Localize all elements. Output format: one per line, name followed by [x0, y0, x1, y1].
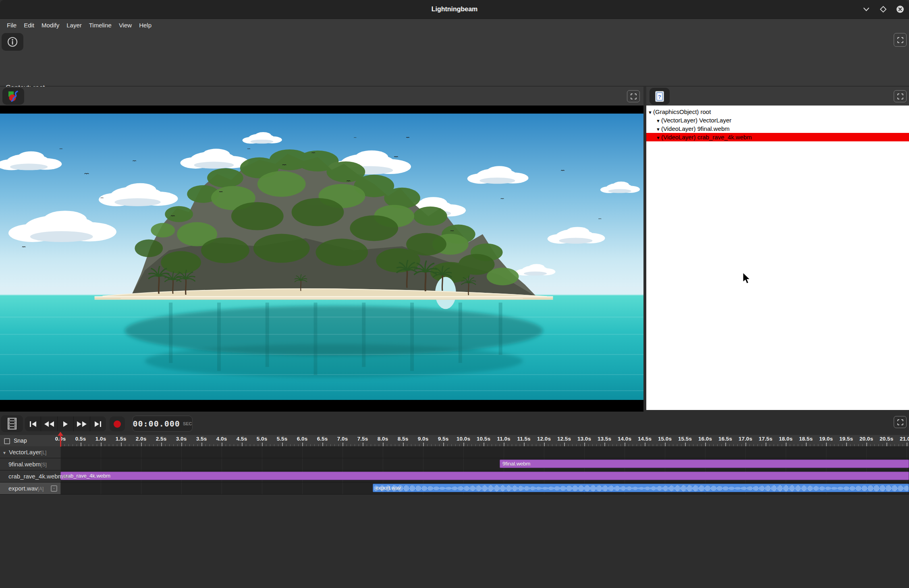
- timeline-tracks: ▼VectorLayer[L]9final.webm[S]9final.webm…: [0, 446, 909, 495]
- track-row-divider: [0, 482, 909, 482]
- ruler-tick: [907, 443, 907, 446]
- skip-to-end-icon: [100, 421, 101, 427]
- ruler-tick: [222, 443, 222, 446]
- track-header-vectorlayer[interactable]: ▼VectorLayer[L]: [0, 446, 60, 458]
- app-window: Lightningbeam FileEditModifyLayerTimelin…: [0, 0, 909, 588]
- play-button[interactable]: [58, 416, 74, 431]
- ruler-label: 5.5s: [277, 436, 287, 442]
- tree-expander-icon[interactable]: ▼: [648, 108, 653, 117]
- tree-row-label: (VideoLayer) 9final.webm: [661, 125, 730, 132]
- framed-question-icon: ?: [655, 91, 664, 102]
- timeline-ruler[interactable]: Snap 0.0s0.5s1.0s1.5s2.0s2.5s3.0s3.5s4.0…: [0, 435, 909, 446]
- playhead-line[interactable]: [60, 433, 61, 447]
- scene-tree-fullscreen-button[interactable]: [894, 90, 907, 102]
- tree-row[interactable]: ▼(VideoLayer) crab_rave_4k.webm: [646, 133, 909, 141]
- menu-help[interactable]: Help: [135, 19, 155, 31]
- ruler-tick: [786, 443, 787, 446]
- menu-modify[interactable]: Modify: [38, 19, 63, 31]
- track-row-divider: [0, 470, 909, 470]
- playback-bar: 00:00.000 SEC: [0, 412, 909, 435]
- track-header-9final-webm[interactable]: 9final.webm[S]: [0, 458, 60, 470]
- skip-end-button[interactable]: [90, 416, 106, 431]
- tree-row[interactable]: ▼(VectorLayer) VectorLayer: [646, 116, 909, 124]
- ruler-label: 21.0s: [900, 436, 909, 442]
- ruler-label: 8.0s: [378, 436, 388, 442]
- tree-expander-icon[interactable]: ▼: [656, 125, 661, 134]
- fast-forward-icon: [77, 421, 81, 427]
- shapes-tool-button[interactable]: [2, 88, 24, 105]
- timeline-gridline: [181, 446, 182, 495]
- ruler-label: 0.5s: [75, 436, 86, 442]
- ruler-tick: [524, 443, 525, 446]
- window-title: Lightningbeam: [0, 0, 909, 19]
- fullscreen-icon: [897, 419, 903, 425]
- ruler-tick: [181, 443, 182, 446]
- menu-file[interactable]: File: [3, 19, 20, 31]
- timeline-mode-button[interactable]: [1, 415, 23, 432]
- fast-forward-button[interactable]: [74, 416, 90, 431]
- track-row-divider: [0, 458, 909, 458]
- video-preview: [0, 114, 643, 400]
- stage-fullscreen-button[interactable]: [627, 90, 640, 102]
- ruler-tick: [201, 443, 202, 446]
- track-name: crab_rave_4k.webm: [0, 473, 63, 480]
- menu-view[interactable]: View: [115, 19, 135, 31]
- ruler-label: 12.0s: [537, 436, 551, 442]
- ruler-label: 5.0s: [257, 436, 267, 442]
- clip-crab_rave_4k-webm[interactable]: crab_rave_4k.webm: [60, 472, 909, 480]
- ruler-tick: [282, 443, 283, 446]
- ruler-tick: [564, 443, 565, 446]
- tree-row[interactable]: ▼(VideoLayer) 9final.webm: [646, 124, 909, 133]
- maximize-button[interactable]: [878, 4, 889, 15]
- shapes-logo-icon: [7, 90, 19, 102]
- ruler-tick: [866, 443, 867, 446]
- minimize-button[interactable]: [861, 4, 872, 15]
- tree-row-label: (VideoLayer) crab_rave_4k.webm: [661, 134, 752, 141]
- window-controls: [861, 4, 906, 15]
- track-header-crab_rave_4k-webm[interactable]: crab_rave_4k.webm[M]: [0, 470, 60, 482]
- ruler-label: 8.5s: [398, 436, 408, 442]
- rewind-button[interactable]: [41, 416, 57, 431]
- stage-canvas[interactable]: [0, 106, 643, 412]
- ruler-tick: [363, 443, 363, 446]
- ruler-tick: [665, 443, 666, 446]
- timeline-gridline: [141, 446, 141, 495]
- record-button[interactable]: [110, 416, 125, 431]
- track-expander-icon[interactable]: ▼: [0, 447, 9, 459]
- ruler-label: 2.5s: [156, 436, 166, 442]
- snap-checkbox[interactable]: [4, 438, 10, 444]
- track-name: export.wav: [0, 485, 38, 492]
- track-mute-checkbox[interactable]: -: [51, 485, 57, 492]
- ruler-label: 1.5s: [116, 436, 126, 442]
- skip-start-button[interactable]: [25, 416, 41, 431]
- menu-timeline[interactable]: Timeline: [85, 19, 115, 31]
- info-button[interactable]: [2, 33, 23, 51]
- inspector-panel: Context: root Selected Object: [0, 31, 909, 87]
- timeline-gridline: [302, 446, 303, 495]
- ruler-tick: [403, 443, 404, 446]
- skip-to-end-icon: [95, 421, 99, 427]
- menu-layer[interactable]: Layer: [63, 19, 85, 31]
- clip-label: 9final.webm: [500, 461, 530, 467]
- timeline-fullscreen-button[interactable]: [894, 416, 907, 428]
- tree-expander-icon[interactable]: ▼: [656, 117, 661, 125]
- inspector-fullscreen-button[interactable]: [894, 33, 907, 47]
- stage-panel: [0, 87, 643, 412]
- ruler-label: 9.5s: [438, 436, 448, 442]
- tree-row[interactable]: ▼(GraphicsObject) root: [646, 108, 909, 116]
- clip-export-wav[interactable]: export.wav: [373, 484, 909, 492]
- fullscreen-icon: [631, 93, 637, 99]
- ruler-label: 20.0s: [859, 436, 873, 442]
- ruler-tick: [725, 443, 726, 446]
- clip-9final-webm[interactable]: 9final.webm: [500, 460, 909, 468]
- ruler-label: 1.0s: [95, 436, 106, 442]
- ruler-label: 13.5s: [598, 436, 611, 442]
- ruler-label: 11.5s: [517, 436, 530, 442]
- ruler-label: 4.5s: [237, 436, 247, 442]
- track-header-export-wav[interactable]: export.wav[A]-: [0, 482, 60, 495]
- close-button[interactable]: [894, 4, 906, 15]
- menu-edit[interactable]: Edit: [20, 19, 38, 31]
- tree-expander-icon[interactable]: ▼: [656, 134, 661, 142]
- scene-tree-tool-button[interactable]: ?: [650, 88, 670, 105]
- ruler-tick: [705, 443, 706, 446]
